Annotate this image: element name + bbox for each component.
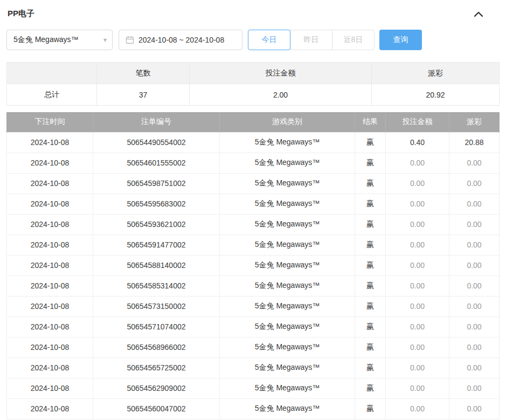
cell-bet-amount: 0.40 [386,132,449,153]
detail-table-body: 2024-10-08506544905540025金兔 Megaways™赢0.… [7,132,500,419]
cell-payout: 0.00 [449,316,500,337]
cell-bet-time: 2024-10-08 [7,296,93,316]
cell-bet-time: 2024-10-08 [7,398,93,419]
cell-bet-amount: 0.00 [386,214,449,235]
cell-game-type: 5金兔 Megaways™ [220,276,355,296]
cell-bet-id: 50654598751002 [93,173,220,194]
detail-header-payout: 派彩 [449,112,500,132]
cell-payout: 0.00 [449,276,500,296]
cell-game-type: 5金兔 Megaways™ [220,316,355,337]
cell-bet-amount: 0.00 [386,173,449,194]
cell-result: 赢 [355,337,386,357]
cell-game-type: 5金兔 Megaways™ [220,378,355,398]
cell-payout: 0.00 [449,214,500,235]
cell-bet-amount: 0.00 [386,357,449,378]
date-range-input[interactable]: 2024-10-08 ~ 2024-10-08 [119,30,242,50]
game-select[interactable]: 5金兔 Megaways™ ▾ [6,30,113,50]
cell-payout: 0.00 [449,398,500,419]
cell-payout: 0.00 [449,378,500,398]
range-button-1[interactable]: 昨日 [290,30,332,50]
cell-bet-time: 2024-10-08 [7,214,93,235]
cell-game-type: 5金兔 Megaways™ [220,173,355,194]
cell-result: 赢 [355,214,386,235]
cell-bet-amount: 0.00 [386,316,449,337]
summary-header-bet-amount: 投注金额 [190,63,372,84]
cell-result: 赢 [355,378,386,398]
cell-bet-time: 2024-10-08 [7,378,93,398]
cell-payout: 0.00 [449,235,500,255]
cell-bet-id: 50654593621002 [93,214,220,235]
cell-result: 赢 [355,235,386,255]
cell-result: 赢 [355,153,386,173]
cell-bet-time: 2024-10-08 [7,357,93,378]
cell-bet-id: 50654573150002 [93,296,220,316]
cell-bet-amount: 0.00 [386,235,449,255]
cell-payout: 0.00 [449,153,500,173]
calendar-icon [126,36,134,44]
summary-header-count: 笔数 [97,63,190,84]
summary-table: 笔数 投注金额 派彩 总计 37 2.00 20.92 [6,62,500,106]
detail-header-result: 结果 [355,112,386,132]
cell-bet-id: 50654585314002 [93,276,220,296]
detail-header-bet-amount: 投注金额 [386,112,449,132]
detail-header-game-type: 游戏类别 [220,112,355,132]
table-row: 2024-10-08506545956830025金兔 Megaways™赢0.… [7,194,500,214]
cell-result: 赢 [355,173,386,194]
table-row: 2024-10-08506544905540025金兔 Megaways™赢0.… [7,132,500,153]
table-row: 2024-10-08506545731500025金兔 Megaways™赢0.… [7,296,500,316]
filter-row: 5金兔 Megaways™ ▾ 2024-10-08 ~ 2024-10-08 … [6,30,500,50]
cell-result: 赢 [355,398,386,419]
cell-payout: 20.88 [449,132,500,153]
cell-bet-amount: 0.00 [386,255,449,276]
cell-bet-time: 2024-10-08 [7,235,93,255]
table-row: 2024-10-08506545936210025金兔 Megaways™赢0.… [7,214,500,235]
range-button-2[interactable]: 近8日 [332,30,375,50]
detail-header-row: 下注时间 注单编号 游戏类别 结果 投注金额 派彩 [7,112,500,132]
detail-header-bet-time: 下注时间 [7,112,93,132]
panel-header: PP电子 [6,6,500,20]
cell-game-type: 5金兔 Megaways™ [220,132,355,153]
cell-bet-id: 50654490554002 [93,132,220,153]
chevron-up-icon [474,11,483,17]
cell-bet-id: 50654601555002 [93,153,220,173]
pp-slots-panel: PP电子 5金兔 Megaways™ ▾ 2024-10-08 ~ 2024-1… [0,0,506,419]
table-row: 2024-10-08506545853140025金兔 Megaways™赢0.… [7,276,500,296]
collapse-chevron-up-icon[interactable] [474,11,483,17]
cell-result: 赢 [355,296,386,316]
cell-bet-time: 2024-10-08 [7,316,93,337]
cell-bet-amount: 0.00 [386,398,449,419]
caret-down-icon: ▾ [103,36,107,44]
table-row: 2024-10-08506545987510025金兔 Megaways™赢0.… [7,173,500,194]
summary-total-row: 总计 37 2.00 20.92 [7,84,500,106]
summary-bet-amount-value: 2.00 [190,84,372,106]
cell-bet-time: 2024-10-08 [7,194,93,214]
cell-bet-amount: 0.00 [386,276,449,296]
table-row: 2024-10-08506545629090025金兔 Megaways™赢0.… [7,378,500,398]
cell-game-type: 5金兔 Megaways™ [220,337,355,357]
summary-count-value: 37 [97,84,190,106]
cell-payout: 0.00 [449,296,500,316]
cell-game-type: 5金兔 Megaways™ [220,255,355,276]
table-row: 2024-10-08506545710740025金兔 Megaways™赢0.… [7,316,500,337]
cell-bet-id: 50654588140002 [93,255,220,276]
summary-total-label: 总计 [7,84,97,106]
cell-bet-amount: 0.00 [386,194,449,214]
quick-range-group: 今日昨日近8日 [248,30,375,50]
cell-bet-id: 50654591477002 [93,235,220,255]
cell-bet-id: 50654595683002 [93,194,220,214]
search-button[interactable]: 查询 [379,30,422,50]
cell-payout: 0.00 [449,255,500,276]
range-button-0[interactable]: 今日 [248,30,290,50]
cell-bet-id: 50654565725002 [93,357,220,378]
date-range-value: 2024-10-08 ~ 2024-10-08 [138,36,224,44]
cell-bet-id: 50654568966002 [93,337,220,357]
cell-bet-amount: 0.00 [386,153,449,173]
cell-game-type: 5金兔 Megaways™ [220,296,355,316]
cell-result: 赢 [355,357,386,378]
cell-bet-amount: 0.00 [386,296,449,316]
cell-bet-time: 2024-10-08 [7,132,93,153]
table-row: 2024-10-08506545689660025金兔 Megaways™赢0.… [7,337,500,357]
table-row: 2024-10-08506545914770025金兔 Megaways™赢0.… [7,235,500,255]
cell-bet-amount: 0.00 [386,337,449,357]
summary-header-row: 笔数 投注金额 派彩 [7,63,500,84]
